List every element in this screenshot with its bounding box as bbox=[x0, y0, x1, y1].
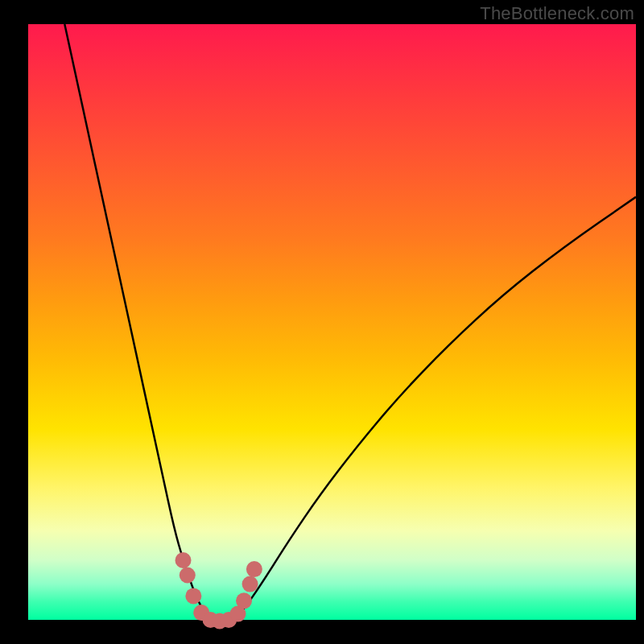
marker-dot bbox=[236, 592, 252, 609]
curves-group bbox=[64, 24, 636, 621]
marker-dot bbox=[180, 568, 196, 584]
marker-dot bbox=[242, 576, 258, 592]
markers-group bbox=[175, 552, 262, 629]
left-curve-path bbox=[64, 24, 210, 620]
marker-dot bbox=[185, 588, 201, 604]
chart-overlay bbox=[0, 0, 644, 644]
marker-dot bbox=[175, 552, 192, 568]
marker-dot bbox=[246, 561, 262, 577]
chart-frame: TheBottleneck.com bbox=[0, 0, 644, 644]
right-curve-path bbox=[235, 197, 636, 620]
